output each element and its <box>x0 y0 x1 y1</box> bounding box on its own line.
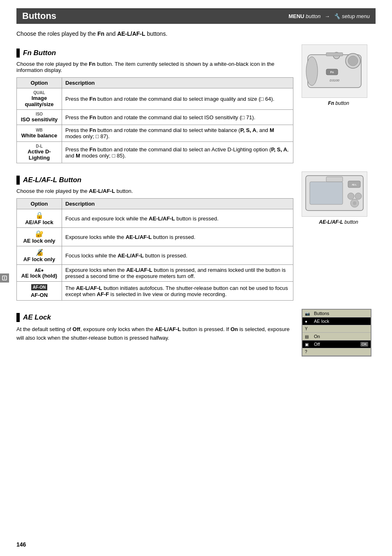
fn-bold: Fn <box>97 30 104 37</box>
ael-desc-afon: The AE-L/AF-L button initiates autofocus… <box>62 282 293 301</box>
svg-text:AE-L: AE-L <box>352 183 357 186</box>
svg-text:D3100: D3100 <box>330 79 339 82</box>
header-bar: Buttons MENU button → 🔧 setup menu <box>16 8 376 24</box>
svg-rect-13 <box>326 177 343 182</box>
ael-table: Option Description 🔒 AE/AF lock Focus an… <box>16 198 293 301</box>
svg-rect-12 <box>310 182 343 204</box>
ae-lock-left: AE Lock At the default setting of Off, e… <box>16 309 293 357</box>
svg-text:Fn: Fn <box>330 71 334 74</box>
ael-table-header-desc: Description <box>62 199 293 209</box>
ael-row-afon: AF-ON AF-ON <box>17 282 62 301</box>
ael-table-header-option: Option <box>17 199 62 209</box>
table-row: WB White balance Press the Fn button and… <box>17 125 293 142</box>
fn-camera-image: Fn D3100 <box>302 44 367 98</box>
table-row: D-L Active D-Lighting Press the Fn butto… <box>17 142 293 163</box>
svg-point-5 <box>348 56 358 66</box>
ael-row-aehold: AE● AE lock (hold) <box>17 265 62 282</box>
button-label: button <box>306 13 322 19</box>
setup-icon: 🔧 <box>334 13 342 19</box>
ae-lock-header: AE Lock <box>16 313 293 322</box>
fn-left: Fn Button Choose the role played by the … <box>16 44 293 163</box>
table-row: ISO ISO sensitivity Press the Fn button … <box>17 110 293 125</box>
svg-point-17 <box>355 193 362 199</box>
fn-section-header: Fn Button <box>16 49 293 58</box>
menu-label-off: Off <box>314 342 360 347</box>
fn-row-iso: ISO ISO sensitivity <box>17 110 62 125</box>
menu-row-buttons: 📷 Buttons <box>302 310 371 317</box>
fn-caption: Fn button <box>302 100 376 106</box>
menu-icon-y: Y <box>305 327 312 331</box>
ael-left: AE-L/AF-L Button Choose the role played … <box>16 171 293 301</box>
arrow: → <box>325 13 330 19</box>
intro-text: Choose the roles played by the Fn and AE… <box>16 30 376 37</box>
page-title: Buttons <box>22 11 56 21</box>
menu-icon-box: ▣ <box>305 342 312 347</box>
setup-label: setup menu <box>342 13 370 19</box>
menu-word: MENU <box>288 13 304 19</box>
menu-icon-dot: ● <box>305 319 312 324</box>
menu-label-on: On <box>314 334 368 339</box>
page-number: 146 <box>16 541 26 548</box>
menu-row-help: ? <box>302 348 371 356</box>
menu-label-buttons: Buttons <box>314 311 368 316</box>
fn-section-title: Fn Button <box>23 49 56 57</box>
ael-desc-aehold: Exposure locks when the AE-L/AF-L button… <box>62 265 293 282</box>
ael-bold: AE-L/AF-L <box>117 30 145 37</box>
ae-lock-title: AE Lock <box>23 313 51 322</box>
table-row: AE● AE lock (hold) Exposure locks when t… <box>17 265 293 282</box>
sidebar-indicator <box>0 273 9 283</box>
fn-table-header-desc: Description <box>62 78 293 88</box>
fn-desc-iso: Press the Fn button and rotate the comma… <box>62 110 293 125</box>
menu-icon-help: ? <box>305 350 312 354</box>
table-row: QUAL Image quality/size Press the Fn but… <box>17 88 293 110</box>
ae-lock-right: 📷 Buttons ● AE lock Y ▤ On ▣ Off <box>302 309 376 357</box>
svg-point-19 <box>353 202 356 205</box>
menu-icon-list: ▤ <box>305 334 312 339</box>
menu-icon-camera: 📷 <box>305 311 312 316</box>
menu-row-y: Y <box>302 325 371 333</box>
ok-badge: OK <box>360 342 368 347</box>
ael-row-aeonly: 🔐 AE lock only <box>17 228 62 246</box>
header-menu: MENU button → 🔧 setup menu <box>288 13 370 19</box>
table-row: AF-ON AF-ON The AE-L/AF-L button initiat… <box>17 282 293 301</box>
fn-row-qual: QUAL Image quality/size <box>17 88 62 110</box>
menu-mockup: 📷 Buttons ● AE lock Y ▤ On ▣ Off <box>302 309 371 357</box>
table-row: 🔐 AE lock only Exposure locks while the … <box>17 228 293 246</box>
fn-right: Fn D3100 Fn button <box>302 44 376 163</box>
ael-section: AE-L/AF-L Button Choose the role played … <box>16 171 376 301</box>
fn-table: Option Description QUAL Image quality/si… <box>16 77 293 163</box>
fn-desc-wb: Press the Fn button and rotate the comma… <box>62 125 293 142</box>
menu-row-on: ▤ On <box>302 333 371 341</box>
table-row: 🔒 AE/AF lock Focus and exposure lock whi… <box>17 209 293 228</box>
ael-row-aeaf: 🔒 AE/AF lock <box>17 209 62 228</box>
fn-row-dlighting: D-L Active D-Lighting <box>17 142 62 163</box>
table-row: 🔏 AF lock only Focus locks while the AE-… <box>17 246 293 265</box>
fn-desc-qual: Press the Fn button and rotate the comma… <box>62 88 293 110</box>
section-bar-fn <box>16 49 20 58</box>
ael-section-header: AE-L/AF-L Button <box>16 176 293 185</box>
ae-lock-desc: At the default setting of Off, exposure … <box>16 325 293 343</box>
ael-desc-aeonly: Exposure locks while the AE-L/AF-L butto… <box>62 228 293 246</box>
page: Buttons MENU button → 🔧 setup menu Choos… <box>0 0 392 556</box>
fn-desc-dlighting: Press the Fn button and rotate the comma… <box>62 142 293 163</box>
menu-label-aelock: AE lock <box>314 319 368 324</box>
fn-section-desc: Choose the role played by the Fn button.… <box>16 61 293 73</box>
ael-camera-image: AE-L <box>302 171 367 217</box>
ael-right: AE-L AE-L/AF-L button <box>302 171 376 301</box>
menu-row-off: ▣ Off OK <box>302 341 371 348</box>
ael-caption: AE-L/AF-L button <box>302 219 376 225</box>
fn-row-wb: WB White balance <box>17 125 62 142</box>
ael-desc-afonly: Focus locks while the AE-L/AF-L button i… <box>62 246 293 265</box>
fn-section: Fn Button Choose the role played by the … <box>16 44 376 163</box>
ael-desc-aeaf: Focus and exposure lock while the AE-L/A… <box>62 209 293 228</box>
section-bar-aelock <box>16 313 20 322</box>
ael-section-title: AE-L/AF-L Button <box>23 176 81 184</box>
svg-point-16 <box>348 193 354 199</box>
svg-point-3 <box>306 57 318 86</box>
ae-lock-section: AE Lock At the default setting of Off, e… <box>16 309 376 357</box>
section-bar-ael <box>16 176 20 185</box>
svg-rect-10 <box>326 53 343 56</box>
menu-row-aelock: ● AE lock <box>302 317 371 325</box>
ael-row-afonly: 🔏 AF lock only <box>17 246 62 265</box>
fn-table-header-option: Option <box>17 78 62 88</box>
